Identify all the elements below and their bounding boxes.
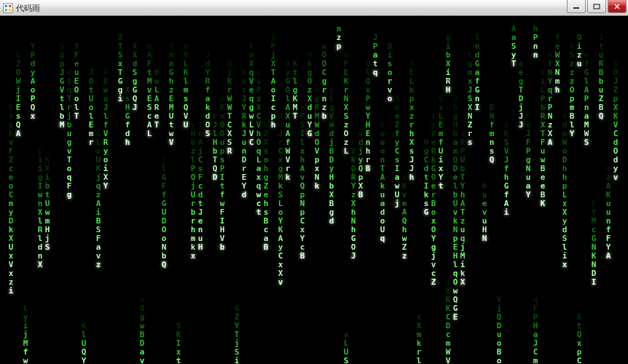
rain-column: eVLKlmsQVU xyxy=(182,42,189,130)
rain-column: OjRrWWTCXSR xyxy=(226,60,233,156)
rain-char: Q xyxy=(160,261,168,269)
rain-char: S xyxy=(204,130,211,138)
rain-column: JhgHNamQDelbUvkNpEHlqOwQGE xyxy=(452,95,459,322)
rain-char: q xyxy=(372,68,379,77)
rain-column: dyGOlAXuAfWVrk xyxy=(284,60,291,182)
rain-column: YrAjCsFcdtJenuH xyxy=(197,121,204,252)
rain-column: efGlAPnaMWS xyxy=(583,51,590,147)
rain-char: l xyxy=(415,357,423,364)
rain-column: KtlgKMT xyxy=(291,60,299,121)
rain-char: Q xyxy=(488,156,495,165)
rain-column: WxLEmfUixYt xyxy=(437,95,444,191)
svg-rect-4 xyxy=(9,9,11,11)
rain-column: tgmxJSXNZrs xyxy=(466,51,474,147)
rain-char: A xyxy=(605,252,612,261)
rain-char: B xyxy=(262,243,270,252)
rain-column: esPzXCVhOqLaxqwct xyxy=(255,68,262,217)
svg-rect-5 xyxy=(573,7,579,9)
rain-column: lndGafGnI xyxy=(474,33,481,112)
rain-char: S xyxy=(44,243,51,252)
rain-char: L xyxy=(146,130,153,138)
rain-column: GOJZpXKVCdOdyv xyxy=(612,60,619,182)
rain-column: BAchvFZceoCmyDkXUxVxzi xyxy=(7,103,15,296)
rain-column: AtQxpCGB xyxy=(576,313,583,364)
rain-column: feWXNmh xyxy=(554,33,561,95)
rain-column: JOtUolEmr xyxy=(87,68,95,147)
rain-column: zKSVJfhGfAi xyxy=(503,121,510,217)
rain-column: XXdSgGQJ xyxy=(131,42,138,112)
svg-rect-2 xyxy=(9,5,11,7)
rain-char: U xyxy=(182,121,189,130)
close-button[interactable] xyxy=(608,0,627,13)
rain-char: L xyxy=(342,147,350,156)
rain-char: H xyxy=(197,243,204,252)
rain-column: fFeuEOolT xyxy=(73,42,80,121)
rain-char: n xyxy=(532,51,539,60)
rain-char: X xyxy=(459,278,466,287)
rain-char: k xyxy=(313,182,321,191)
rain-char: Z xyxy=(430,278,437,287)
rain-char: o xyxy=(386,95,393,103)
rain-column: GlQxPwYHEnhrB xyxy=(364,60,372,173)
rain-char: T xyxy=(291,112,299,121)
rain-char: Y xyxy=(568,130,576,138)
rain-char: S xyxy=(583,138,590,147)
rain-char: S xyxy=(342,357,350,364)
rain-char: t xyxy=(255,208,262,217)
window-title: 代码雨 xyxy=(16,0,40,16)
svg-rect-0 xyxy=(4,4,12,12)
rain-char: D xyxy=(211,173,219,182)
rain-char: h xyxy=(124,138,131,147)
rain-column: xXmkrltq xyxy=(415,313,423,364)
rain-char: i xyxy=(7,287,15,296)
rain-char: j xyxy=(393,199,401,208)
rain-column: JdYRfakdOS xyxy=(204,51,211,138)
minimize-button[interactable] xyxy=(567,0,586,13)
rain-column: MkgOzXduYG xyxy=(306,51,313,138)
rain-char: E xyxy=(452,313,459,322)
rain-char: o xyxy=(495,357,503,364)
rain-char: z xyxy=(401,252,408,261)
rain-column: tdoWoDhhpLxXydSlix xyxy=(561,112,568,269)
rain-column: GZYTjSiuS xyxy=(233,304,240,364)
rain-column: VZXsohgZehsBcaB xyxy=(262,121,270,252)
rain-char: T xyxy=(153,121,160,130)
rain-column: yHbzlPQjUrbrhmkx xyxy=(189,121,197,261)
rain-column: efNYqrPNzXA xyxy=(546,51,554,147)
rain-char: u xyxy=(576,60,583,68)
rain-char: X xyxy=(36,261,44,269)
rain-column: glgVWdjBDyHbXBgd xyxy=(328,86,335,226)
rain-char: B xyxy=(364,165,372,173)
matrix-rain-canvas: BAchvFZceoCmyDkXUxVxziVZOWjIEsQAYPdyAoPQ… xyxy=(0,16,628,364)
maximize-button[interactable] xyxy=(587,0,606,13)
rain-column: KosJYRkJunDrEYd xyxy=(240,68,248,199)
rain-column: PRwuJlfVRyoiXY xyxy=(102,68,109,191)
rain-char: A xyxy=(15,130,22,138)
rain-column: spVeRkGOerBoxOYgjvcZ xyxy=(430,112,437,287)
rain-column: DoJrCxgMkSLoYKAyCxXv xyxy=(277,112,284,287)
rain-column: rJlHbTQD xyxy=(211,112,219,182)
rain-column: VjQDuoBor xyxy=(495,296,503,364)
rain-column: PuJFPgNuaY xyxy=(525,112,532,199)
rain-char: d xyxy=(328,217,335,226)
rain-column: ziLPbRXTFuwBeeBK xyxy=(539,68,546,208)
rain-column: NnoZfyCsIawUj xyxy=(393,95,401,208)
rain-column: aPSIlxhAvQpNpCxYcB xyxy=(299,103,306,261)
rain-char: p xyxy=(335,42,342,51)
rain-char: T xyxy=(73,112,80,121)
rain-column: aegTDjJJ xyxy=(517,60,525,130)
rain-char: G xyxy=(423,208,430,217)
rain-char: g xyxy=(66,191,73,199)
svg-rect-1 xyxy=(5,5,7,7)
rain-column: qFPHaJCmJO xyxy=(532,296,539,364)
titlebar[interactable]: 代码雨 xyxy=(0,0,628,16)
svg-rect-6 xyxy=(594,4,600,9)
rain-char: q xyxy=(379,234,386,243)
rain-column: Oizu xyxy=(576,33,583,68)
rain-char: r xyxy=(87,138,95,147)
rain-char: Y xyxy=(525,191,532,199)
rain-column: PYMcGNKNDI xyxy=(590,199,597,287)
rain-char: B xyxy=(299,252,306,261)
rain-char: M xyxy=(58,121,66,130)
rain-char: i xyxy=(503,208,510,217)
